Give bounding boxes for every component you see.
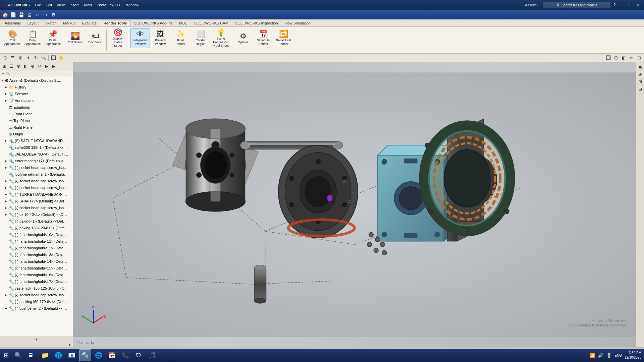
new-button[interactable]: 🏠 xyxy=(1,11,9,18)
tab-solidworks-cam[interactable]: SOLIDWORKS CAM xyxy=(191,20,232,26)
menu-edit[interactable]: Edit xyxy=(44,2,54,8)
sidebar-icon4[interactable]: ◧ xyxy=(22,63,29,69)
tree-item-history[interactable]: ▶ 📁 History xyxy=(4,84,73,90)
scene-illumination-button[interactable]: 💡 Scene Illumination Proof Sheet xyxy=(211,28,230,48)
view-orient[interactable]: 🔲 xyxy=(604,55,612,61)
taskbar-edge[interactable]: 🌐 xyxy=(93,349,105,361)
tree-item-10[interactable]: ▶ 🔧 (-) socket head cap screw_iso<34> (I… xyxy=(4,204,73,211)
options-button[interactable]: ⚙ Options xyxy=(233,28,253,48)
final-render-button[interactable]: ✨ Final Render xyxy=(171,28,190,48)
task-view-button[interactable]: 🖥 xyxy=(24,349,36,361)
print-button[interactable]: 🖨 xyxy=(25,11,33,18)
taskbar-extra1[interactable]: 🛡 xyxy=(133,349,145,361)
tree-item-4[interactable]: ▶ 🔧 (-) socket head cap screw_iso<1> (IS… xyxy=(4,164,73,171)
tab-assembly[interactable]: Assembly xyxy=(1,20,24,26)
tray-network[interactable]: 📶 xyxy=(589,353,595,358)
view-list[interactable]: ☰ xyxy=(9,55,16,61)
schedule-render-button[interactable]: 📅 Schedule Render xyxy=(254,28,273,48)
tree-item-22[interactable]: ▶ 🔧 vaste jack -160-125-105<3> (Default)… xyxy=(4,285,73,292)
right-panel-btn1[interactable]: ▣ xyxy=(637,64,644,70)
close-button[interactable]: ✕ xyxy=(634,2,641,8)
view-normal[interactable]: 🔲 xyxy=(50,55,57,61)
save-button[interactable]: 💾 xyxy=(17,11,25,18)
taskbar-calendar[interactable]: 📅 xyxy=(106,349,118,361)
undo-button[interactable]: ↩ xyxy=(34,11,41,18)
tray-volume[interactable]: 🔊 xyxy=(598,353,603,358)
options-button[interactable]: ⚙ xyxy=(50,11,57,18)
tree-item-9[interactable]: ▶ 🔧 (-) SHAFT<7> (Default) <<Default_Dis… xyxy=(4,198,73,204)
section-view[interactable]: ✂ xyxy=(628,55,635,61)
display-mode[interactable]: ◧ xyxy=(620,55,627,61)
tree-item-1[interactable]: ▶ 🔩 safhe300-325<1> (Default) <<Default>… xyxy=(4,144,73,151)
tree-item-21[interactable]: ▶ 🔧 (-) fanarboshghabi<17> (Default) <<D… xyxy=(4,278,73,285)
tab-evaluate[interactable]: Evaluate xyxy=(79,20,100,26)
tree-item-6[interactable]: ▶ 🔧 (-) socket head cap screw_iso<17> (I… xyxy=(4,178,73,184)
search-taskbar-button[interactable]: 🔍 xyxy=(12,349,24,361)
taskbar-phone[interactable]: 📞 xyxy=(119,349,131,361)
redo-button[interactable]: ↪ xyxy=(42,11,49,18)
help-icon[interactable]: ? xyxy=(611,2,618,8)
tree-item-0[interactable]: ▶ 🔩 (S) SAFHE NEGAHDARANDE 33MM<1> xyxy=(4,137,73,144)
tray-language[interactable]: ENG xyxy=(614,354,622,357)
zoom-btn[interactable]: 🔍 xyxy=(40,55,47,61)
tree-item-17[interactable]: ▶ 🔧 (-) fanarboshghabi<13> (Default) <<D… xyxy=(4,251,73,258)
tree-item-20[interactable]: ▶ 🔧 (-) fanarboshghabi<16> (Default) <<D… xyxy=(4,272,73,278)
tab-render-tools[interactable]: Render Tools xyxy=(100,20,130,26)
sidebar-icon3[interactable]: ⊛ xyxy=(15,63,21,69)
sidebar-icon7[interactable]: ▶ xyxy=(44,63,50,69)
tree-item-25[interactable]: ▶ 🔧 (-) boshbernji<2> (Default) <<Defaul… xyxy=(4,305,73,312)
tree-item-equations[interactable]: ▶ ⚖ Equations xyxy=(4,104,73,111)
start-button[interactable]: ⊞ xyxy=(0,349,12,361)
minimize-button[interactable]: ─ xyxy=(619,2,626,8)
edit-scene-button[interactable]: 🌄 Edit Scene xyxy=(65,28,85,48)
tree-item-5[interactable]: ▶ 🔩 loghme rahnama<1> (Default) <<Defa..… xyxy=(4,171,73,178)
tree-item-7[interactable]: ▶ 🔧 (-) socket head cap screw_iso18> (IS… xyxy=(4,184,73,191)
tree-item-11[interactable]: ▶ 🔧 (-) pin10-40<1> (Default) <<Default>… xyxy=(4,211,73,218)
wireframe-btn[interactable]: ⬡ xyxy=(612,55,620,61)
tree-item-right-plane[interactable]: ▶ ▭ Right Plane xyxy=(4,124,73,131)
integrated-preview-button[interactable]: 👁 Integrated Preview xyxy=(130,28,150,48)
taskbar-browser[interactable]: 🌐 xyxy=(52,349,64,361)
paste-appearance-button[interactable]: 📌 Paste Appearance xyxy=(43,28,62,48)
3d-viewport[interactable]: X Y Z *Isometric Activate Windows Go to … xyxy=(73,62,636,347)
tree-item-15[interactable]: ▶ 🔧 (-) fanarboshghabi<11> (Default) <<D… xyxy=(4,238,73,245)
tree-item-top-plane[interactable]: ▶ ▭ Top Plane xyxy=(4,117,73,124)
rotate-btn[interactable]: ↻ xyxy=(32,55,40,61)
tab-addins[interactable]: SOLIDWORKS Add-Ins xyxy=(130,20,176,26)
tab-inspection[interactable]: SOLIDWORKS Inspection xyxy=(232,20,281,26)
tab-mbd[interactable]: MBD xyxy=(176,20,191,26)
tree-item-3[interactable]: ▶ 🔩 turret madegic<7> (Default) <<Defaul… xyxy=(4,158,73,164)
menu-insert[interactable]: Insert xyxy=(67,2,81,8)
tree-item-12[interactable]: ▶ 🔧 (-) paking<1> (Default) <<Default_Di… xyxy=(4,218,73,225)
tree-item-16[interactable]: ▶ 🔧 (-) fanarboshghabi<12> (Default) <<D… xyxy=(4,245,73,251)
pan-btn[interactable]: ✋ xyxy=(57,55,65,61)
tree-root[interactable]: ▼ ⚙ Assem1 (Default) <Display State-1> xyxy=(0,77,73,84)
taskbar-extra2[interactable]: 🎵 xyxy=(146,349,158,361)
search-bar[interactable]: 🔍 Search files and models xyxy=(543,2,610,8)
right-panel-btn4[interactable]: ⊟ xyxy=(637,86,644,93)
sidebar-scroll-down[interactable]: ▼ xyxy=(0,337,73,342)
tree-item-sensors[interactable]: ▶ 📡 Sensors xyxy=(4,90,73,97)
menu-view[interactable]: View xyxy=(55,2,67,8)
menu-photoview[interactable]: PhotoView 360 xyxy=(95,2,123,8)
tree-item-front-plane[interactable]: ▶ ▭ Front Plane xyxy=(4,111,73,117)
sidebar-icon2[interactable]: ☰ xyxy=(8,63,14,69)
tray-clock[interactable]: 3:59 PM 12/30/2023 xyxy=(625,351,641,360)
view-grid[interactable]: ⊞ xyxy=(17,55,24,61)
tree-item-13[interactable]: ▶ 🔧 (-) paking 130-120-8<2> (Default) <<… xyxy=(4,225,73,231)
filter-btn[interactable]: ✦ xyxy=(24,55,32,61)
view-setting[interactable]: ⊞ xyxy=(635,55,643,61)
tree-item-23[interactable]: ▶ 🔧 (-) socket head cap screw_iso<57> (I… xyxy=(4,292,73,298)
tree-item-8[interactable]: ▶ 🔧 (-) TURRET DANDANEDAR<4> (Default) xyxy=(4,191,73,198)
tree-item-24[interactable]: ▶ 🔧 (-) packing160-170-6<1> (Default) <<… xyxy=(4,298,73,305)
open-button[interactable]: 📄 xyxy=(9,11,17,18)
tree-item-18[interactable]: ▶ 🔧 (-) fanarboshghabi<14> (Default) <<D… xyxy=(4,258,73,265)
edit-appearance-button[interactable]: 🎨 Edit Appearance xyxy=(3,28,22,48)
taskbar-solidworks[interactable]: 🔩 xyxy=(79,349,91,361)
tree-item-origin[interactable]: ▶ ⊕ Origin xyxy=(4,131,73,137)
recall-last-render-button[interactable]: 🔁 Recall Last Render xyxy=(274,28,293,48)
sidebar-icon6[interactable]: ↺ xyxy=(37,63,43,69)
tab-sketch[interactable]: Sketch xyxy=(42,20,60,26)
maximize-button[interactable]: □ xyxy=(626,2,634,8)
display-states-target-button[interactable]: 🎯 Display States Target xyxy=(108,28,127,48)
